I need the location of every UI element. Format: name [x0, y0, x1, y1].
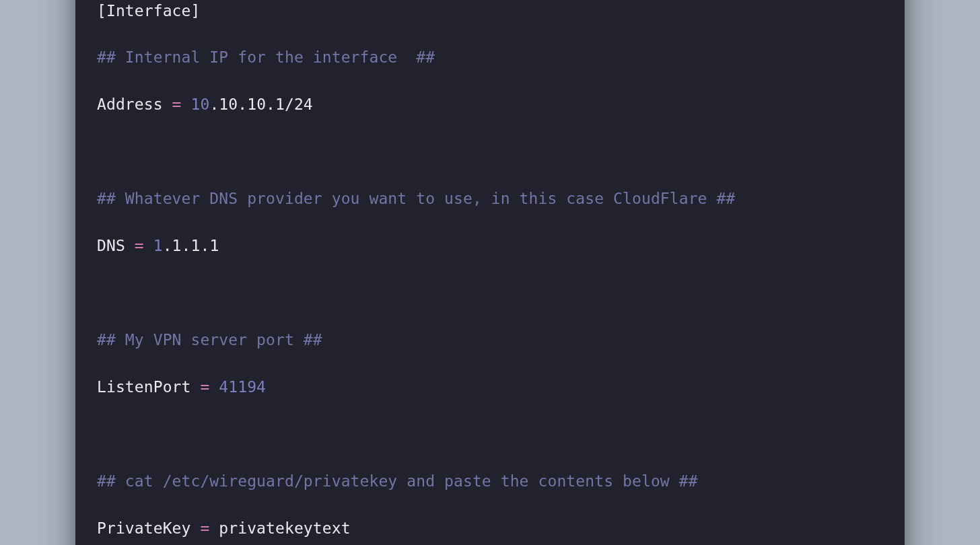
op-eq: = [190, 519, 219, 537]
comment-pk: ## cat /etc/wireguard/privatekey and pas… [97, 472, 698, 490]
key-pk: PrivateKey [97, 519, 190, 537]
key-address: Address [97, 96, 163, 113]
val-dns-rest: .1.1.1 [163, 237, 219, 254]
op-eq: = [125, 237, 153, 254]
section-header: [Interface] [97, 2, 200, 20]
num-port: 41194 [219, 378, 266, 396]
blank-line [97, 140, 883, 164]
comment-port: ## My VPN server port ## [97, 331, 322, 349]
key-port: ListenPort [97, 378, 190, 396]
op-eq: = [190, 378, 219, 396]
code-block: [Interface] ## Internal IP for the inter… [75, 0, 905, 545]
blank-line [97, 281, 883, 305]
comment-address: ## Internal IP for the interface ## [97, 48, 435, 66]
num-address: 10 [190, 96, 209, 113]
num-dns: 1 [153, 237, 163, 254]
val-pk: privatekeytext [219, 519, 350, 537]
terminal-window: [Interface] ## Internal IP for the inter… [75, 0, 905, 545]
key-dns: DNS [97, 237, 125, 254]
blank-line [97, 423, 883, 446]
op-eq: = [163, 96, 191, 113]
comment-dns: ## Whatever DNS provider you want to use… [97, 190, 735, 207]
val-address-rest: .10.10.1/24 [209, 96, 312, 113]
